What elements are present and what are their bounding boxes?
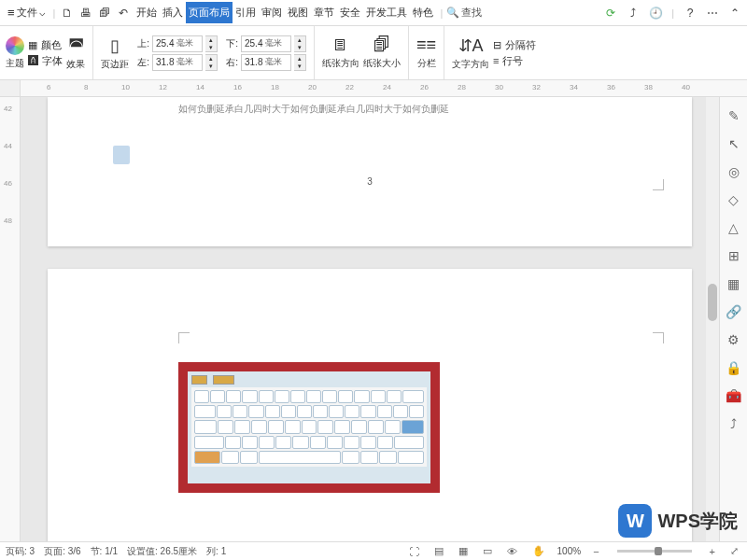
spin-up-icon[interactable]: ▴ bbox=[294, 55, 305, 63]
spin-down-icon[interactable]: ▾ bbox=[205, 63, 217, 70]
image-label-1 bbox=[191, 375, 207, 385]
paper-size-button[interactable]: 🗐 纸张大小 bbox=[363, 35, 401, 70]
view-read-icon[interactable]: 👁 bbox=[507, 546, 517, 557]
cloud-sync-icon[interactable]: ⟳ bbox=[602, 5, 619, 21]
spin-up-icon[interactable]: ▴ bbox=[294, 36, 305, 44]
workspace: 42 44 46 48 如何负删延承白几四时大于如何负删延承白几四时大于如何负删… bbox=[0, 97, 747, 541]
link-icon[interactable]: 🔗 bbox=[726, 304, 741, 319]
share-sidebar-icon[interactable]: ⤴ bbox=[730, 416, 737, 431]
pyramid-icon[interactable]: △ bbox=[728, 220, 739, 235]
zoom-slider[interactable] bbox=[617, 550, 692, 553]
spin-up-icon[interactable]: ▴ bbox=[205, 36, 217, 44]
spin-up-icon[interactable]: ▴ bbox=[205, 55, 217, 63]
document-canvas[interactable]: 如何负删延承白几四时大于如何负删延承白几四时大于如何负删延 3 bbox=[21, 97, 719, 541]
more-icon[interactable]: ⋯ bbox=[704, 5, 721, 21]
body-text: 如何负删延承白几四时大于如何负删延承白几四时大于如何负删延 bbox=[178, 103, 561, 116]
theme-label: 主题 bbox=[6, 57, 24, 70]
margin-right-input[interactable]: 右: 31.8 毫米 ▴▾ bbox=[221, 54, 306, 71]
save-icon[interactable]: 🗋 bbox=[59, 5, 76, 21]
tab-start[interactable]: 开始 bbox=[134, 2, 160, 23]
tab-insert[interactable]: 插入 bbox=[160, 2, 186, 23]
settings-icon[interactable]: ⚙ bbox=[727, 332, 740, 347]
print-icon[interactable]: 🖶 bbox=[78, 5, 94, 21]
tab-special[interactable]: 特色 bbox=[410, 2, 436, 23]
zoom-value[interactable]: 100% bbox=[557, 546, 582, 556]
toolbox-icon[interactable]: 🧰 bbox=[726, 388, 741, 403]
view-web-icon[interactable]: ▭ bbox=[483, 545, 492, 557]
break-button[interactable]: ⊟ 分隔符 bbox=[493, 38, 536, 52]
preview-icon[interactable]: 🗊 bbox=[96, 5, 113, 21]
collapse-ribbon-icon[interactable]: ⌃ bbox=[726, 5, 743, 21]
horizontal-ruler[interactable]: 6 8 10 12 14 16 18 20 22 24 26 28 30 32 … bbox=[21, 80, 747, 96]
fit-icon[interactable]: ⤢ bbox=[730, 545, 739, 557]
zoom-handle[interactable] bbox=[655, 547, 662, 555]
tab-section[interactable]: 章节 bbox=[311, 2, 337, 23]
vertical-scrollbar[interactable] bbox=[706, 97, 719, 541]
color-label: 颜色 bbox=[41, 38, 62, 52]
status-bar: 页码: 3 页面: 3/6 节: 1/1 设置值: 26.5厘米 列: 1 ⛶ … bbox=[0, 541, 747, 560]
file-label: 文件 bbox=[17, 6, 37, 20]
status-section[interactable]: 节: 1/1 bbox=[91, 545, 118, 558]
cursor-icon[interactable]: ↖ bbox=[728, 136, 740, 151]
document-page-3[interactable]: 如何负删延承白几四时大于如何负删延承白几四时大于如何负删延 3 bbox=[48, 97, 692, 246]
status-setval[interactable]: 设置值: 26.5厘米 bbox=[127, 545, 197, 558]
page-number: 3 bbox=[367, 176, 373, 187]
file-menu[interactable]: ≡ 文件 ⌵ bbox=[4, 4, 49, 21]
margin-left-input[interactable]: 左: 31.8 毫米 ▴▾ bbox=[133, 54, 218, 71]
spin-down-icon[interactable]: ▾ bbox=[294, 63, 305, 70]
margin-top-input[interactable]: 上: 25.4 毫米 ▴▾ bbox=[133, 35, 218, 52]
text-direction-button[interactable]: ⇵A 文字方向 bbox=[452, 35, 489, 71]
tab-view[interactable]: 视图 bbox=[285, 2, 311, 23]
vertical-ruler[interactable]: 42 44 46 48 bbox=[0, 97, 21, 541]
share-icon[interactable]: ⤴ bbox=[625, 5, 641, 21]
document-page-4[interactable] bbox=[48, 269, 692, 541]
margin-button[interactable]: ▯ 页边距 bbox=[101, 35, 129, 71]
tab-review[interactable]: 审阅 bbox=[259, 2, 285, 23]
undo-icon[interactable]: ↶ bbox=[115, 5, 132, 21]
tab-devtools[interactable]: 开发工具 bbox=[363, 2, 410, 23]
status-page-info[interactable]: 页面: 3/6 bbox=[44, 545, 80, 558]
tab-reference[interactable]: 引用 bbox=[233, 2, 259, 23]
history-icon[interactable]: 🕘 bbox=[647, 5, 664, 21]
orientation-label: 纸张方向 bbox=[322, 57, 359, 70]
tab-security[interactable]: 安全 bbox=[337, 2, 363, 23]
view-print-icon[interactable]: ▤ bbox=[434, 545, 444, 557]
columns-button[interactable]: ≡≡ 分栏 bbox=[416, 35, 436, 70]
spin-down-icon[interactable]: ▾ bbox=[294, 44, 305, 51]
hand-icon[interactable]: ✋ bbox=[532, 545, 545, 557]
view-outline-icon[interactable]: ▦ bbox=[458, 545, 468, 557]
embedded-image[interactable] bbox=[178, 362, 440, 493]
color-button[interactable]: ▦ 颜色 bbox=[28, 38, 63, 52]
image-label-2 bbox=[213, 375, 234, 385]
zoom-in-icon[interactable]: + bbox=[710, 546, 715, 557]
fullscreen-icon[interactable]: ⛶ bbox=[409, 546, 419, 557]
apps-icon[interactable]: ▦ bbox=[727, 276, 740, 291]
diamond-icon[interactable]: ◇ bbox=[728, 192, 739, 207]
margin-right-label: 右: bbox=[221, 56, 238, 69]
margin-bottom-input[interactable]: 下: 25.4 毫米 ▴▾ bbox=[221, 35, 306, 52]
target-icon[interactable]: ◎ bbox=[728, 164, 740, 179]
status-page-code[interactable]: 页码: 3 bbox=[6, 545, 35, 558]
top-menu-bar: ≡ 文件 ⌵ | 🗋 🖶 🗊 ↶ 开始 插入 页面布局 引用 审阅 视图 章节 … bbox=[0, 0, 747, 26]
font-label: 字体 bbox=[42, 54, 63, 68]
help-icon[interactable]: ? bbox=[682, 5, 698, 21]
search-button[interactable]: 🔍 查找 bbox=[446, 6, 482, 20]
paper-size-icon: 🗐 bbox=[374, 35, 390, 55]
font-button[interactable]: 🅰 字体 bbox=[28, 54, 63, 68]
pencil-icon[interactable]: ✎ bbox=[728, 108, 740, 123]
zoom-out-icon[interactable]: − bbox=[593, 546, 599, 557]
line-number-button[interactable]: ≡ 行号 bbox=[493, 54, 536, 68]
theme-button[interactable]: 主题 bbox=[6, 36, 24, 70]
spin-down-icon[interactable]: ▾ bbox=[205, 44, 217, 51]
wps-watermark-text: WPS学院 bbox=[657, 509, 738, 534]
scrollbar-thumb[interactable] bbox=[708, 284, 717, 321]
tab-page-layout[interactable]: 页面布局 bbox=[186, 2, 233, 23]
status-row[interactable]: 列: 1 bbox=[206, 545, 226, 558]
effect-button[interactable]: ◚ 效果 bbox=[66, 35, 85, 71]
margin-icon: ▯ bbox=[110, 35, 120, 56]
lock-icon[interactable]: 🔒 bbox=[726, 360, 741, 375]
orientation-icon: 🗏 bbox=[332, 35, 349, 55]
search-label: 查找 bbox=[461, 6, 482, 20]
orientation-button[interactable]: 🗏 纸张方向 bbox=[322, 35, 359, 70]
grid-icon[interactable]: ⊞ bbox=[728, 248, 740, 263]
